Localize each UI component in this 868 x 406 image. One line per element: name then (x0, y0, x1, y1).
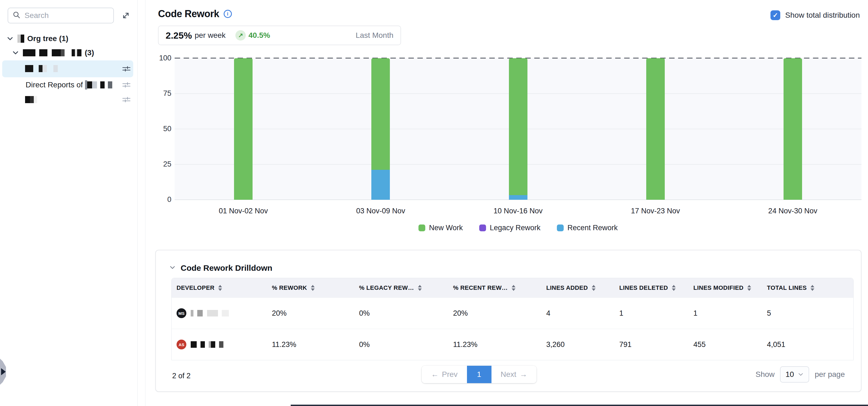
column-header-label: LINES ADDED (546, 284, 588, 292)
sidebar-item-group[interactable]: (3) (12, 48, 94, 58)
search-box[interactable] (8, 8, 114, 24)
sort-icon[interactable] (418, 285, 422, 291)
sort-icon[interactable] (747, 285, 751, 291)
search-icon (12, 11, 21, 20)
sort-icon[interactable] (592, 285, 595, 291)
legend-item-new-work[interactable]: New Work (418, 224, 463, 232)
bar-segment-new-work (234, 58, 253, 200)
table-header-row: DEVELOPER% REWORK% LEGACY REW…% RECENT R… (172, 278, 853, 297)
search-input[interactable] (25, 11, 109, 20)
table-row[interactable]: MS20%0%20%4115 (172, 297, 853, 329)
redacted-developer-name (191, 341, 223, 348)
org-tree-label: Org tree (1) (27, 34, 68, 43)
sort-icon[interactable] (218, 285, 222, 291)
bar-group (724, 58, 862, 200)
sidebar-collapse-handle[interactable] (0, 359, 6, 385)
stat-period: Last Month (355, 31, 394, 40)
column-header-lines-deleted[interactable]: LINES DELETED (614, 284, 688, 292)
legend-item-recent-rework[interactable]: Recent Rework (557, 224, 618, 232)
y-tick-label: 75 (148, 89, 172, 98)
legend-label: Legacy Rework (490, 224, 540, 232)
y-tick-label: 25 (148, 160, 172, 168)
developer-cell: MS (172, 308, 267, 318)
drilldown-table: DEVELOPER% REWORK% LEGACY REW…% RECENT R… (172, 278, 854, 360)
chevron-down-icon[interactable] (169, 264, 176, 272)
chevron-down-icon[interactable] (12, 49, 19, 56)
column-header-developer[interactable]: DEVELOPER (172, 284, 267, 292)
stacked-bar[interactable] (646, 58, 665, 200)
info-icon[interactable]: i (224, 10, 232, 18)
stacked-bar[interactable] (234, 58, 253, 200)
sidebar-item-other[interactable] (25, 94, 37, 105)
legend-item-legacy-rework[interactable]: Legacy Rework (479, 224, 540, 232)
column-header-label: % REWORK (272, 284, 307, 292)
legend-swatch (557, 225, 564, 231)
sidebar-item-selected-content[interactable] (25, 64, 58, 73)
chevron-down-icon[interactable] (6, 35, 13, 42)
stat-delta: 40.5% (248, 31, 270, 40)
column-header-lines-modified[interactable]: LINES MODIFIED (688, 284, 762, 292)
column-header-label: TOTAL LINES (767, 284, 807, 292)
bar-segment-new-work (646, 58, 665, 200)
checkbox-checked-icon[interactable]: ✓ (771, 10, 780, 20)
drilldown-card: Code Rework Drilldown DEVELOPER% REWORK%… (155, 250, 862, 392)
column-header-total-lines[interactable]: TOTAL LINES (762, 284, 853, 292)
filter-icon[interactable] (122, 95, 131, 104)
stacked-bar[interactable] (783, 58, 802, 200)
redacted-text (25, 96, 37, 103)
page-size-control: Show 10 per page (755, 366, 845, 383)
stacked-bar[interactable] (371, 58, 390, 200)
chevron-down-icon (798, 371, 804, 377)
lines-modified-cell: 455 (688, 340, 762, 349)
sort-icon[interactable] (672, 285, 676, 291)
lines-deleted-cell: 1 (614, 309, 688, 317)
sidebar-item-selected[interactable] (2, 60, 133, 77)
redacted-text (85, 80, 112, 90)
pagination: ← Prev 1 Next → (422, 366, 536, 383)
column-header-label: LINES DELETED (619, 284, 668, 292)
filter-icon[interactable] (122, 80, 131, 90)
column-header-recent-rew[interactable]: % RECENT REW… (448, 284, 541, 292)
redacted-icon (18, 35, 25, 43)
x-tick-label: 01 Nov-02 Nov (175, 207, 312, 215)
column-header-label: % LEGACY REW… (359, 284, 414, 292)
stat-unit: per week (194, 31, 225, 40)
sidebar-item-direct-reports[interactable]: Direct Reports of (26, 79, 112, 90)
chart-legend: New WorkLegacy ReworkRecent Rework (175, 224, 862, 232)
bottom-panel-edge (291, 405, 868, 406)
expand-tree-icon[interactable] (121, 10, 131, 21)
stacked-bar[interactable] (509, 58, 527, 200)
show-label: Show (755, 370, 775, 379)
x-tick-label: 24 Nov-30 Nov (724, 207, 862, 215)
sort-icon[interactable] (810, 285, 814, 291)
sidebar-item-org-tree[interactable]: Org tree (1) (6, 34, 68, 43)
y-tick-label: 100 (148, 54, 172, 62)
prev-page-button[interactable]: ← Prev (422, 366, 467, 383)
avatar: AS (177, 340, 186, 349)
show-total-distribution-toggle[interactable]: ✓ Show total distribution (771, 10, 860, 20)
column-header-lines-added[interactable]: LINES ADDED (541, 284, 614, 292)
arrow-left-icon: ← (431, 370, 439, 379)
sort-icon[interactable] (311, 285, 315, 291)
sort-icon[interactable] (512, 285, 516, 291)
current-page-button[interactable]: 1 (467, 366, 492, 383)
column-header-label: % RECENT REW… (453, 284, 508, 292)
redacted-text (23, 49, 82, 56)
table-row[interactable]: AS11.23%0%11.23%3,2607914554,051 (172, 329, 853, 360)
avatar: MS (177, 308, 186, 318)
arrow-right-icon: → (520, 370, 527, 379)
bar-segment-new-work (509, 58, 527, 195)
total-lines-cell: 5 (762, 309, 853, 317)
next-page-button[interactable]: Next → (492, 366, 537, 383)
filter-icon[interactable] (122, 64, 131, 74)
bar-segment-new-work (783, 58, 802, 200)
column-header-label: DEVELOPER (177, 284, 214, 292)
redacted-developer-name (191, 310, 229, 316)
legend-label: New Work (429, 224, 463, 232)
page-size-select[interactable]: 10 (780, 366, 809, 382)
column-header-legacy-rew[interactable]: % LEGACY REW… (354, 284, 448, 292)
legend-swatch (418, 225, 425, 231)
show-total-distribution-label: Show total distribution (785, 11, 860, 20)
per-page-label: per page (815, 370, 845, 379)
column-header-rework[interactable]: % REWORK (267, 284, 354, 292)
